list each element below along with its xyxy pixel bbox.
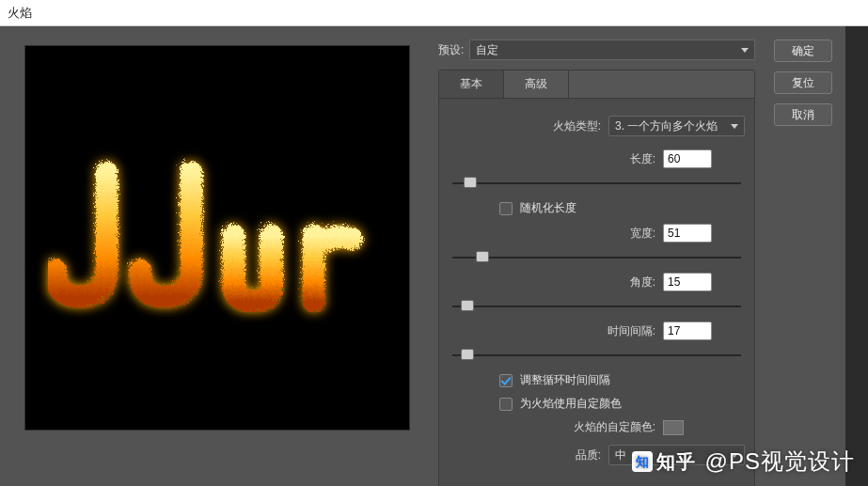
tabs-strip: 基本 高级 xyxy=(439,71,754,99)
randomize-length-label: 随机化长度 xyxy=(520,200,576,216)
flame-type-value: 3. 一个方向多个火焰 xyxy=(615,118,718,134)
slider-thumb[interactable] xyxy=(476,251,489,262)
chevron-down-icon xyxy=(741,48,749,53)
slider-track xyxy=(452,182,741,184)
custom-color-row: 火焰的自定颜色: xyxy=(449,419,745,435)
dialog-title: 火焰 xyxy=(8,5,32,22)
watermark-handle: @PS视觉设计 xyxy=(705,447,855,477)
angle-label: 角度: xyxy=(449,274,663,290)
angle-row: 角度: 15 xyxy=(449,273,745,291)
cancel-button[interactable]: 取消 xyxy=(774,103,832,126)
buttons-column: 确定 复位 取消 xyxy=(765,26,845,486)
use-custom-color-row: 为火焰使用自定颜色 xyxy=(449,396,745,412)
angle-input[interactable]: 15 xyxy=(663,273,712,291)
width-input[interactable]: 51 xyxy=(663,224,712,243)
slider-track xyxy=(452,306,741,307)
use-custom-color-checkbox[interactable] xyxy=(499,398,513,411)
tab-basic[interactable]: 基本 xyxy=(439,71,504,98)
use-custom-color-label: 为火焰使用自定颜色 xyxy=(520,396,622,412)
width-label: 宽度: xyxy=(449,226,663,242)
slider-thumb[interactable] xyxy=(461,300,474,311)
preset-value: 自定 xyxy=(476,42,498,58)
adjust-loop-checkbox[interactable] xyxy=(499,374,513,387)
slider-track xyxy=(452,354,741,356)
width-row: 宽度: 51 xyxy=(449,224,745,243)
tab-body-basic: 火焰类型: 3. 一个方向多个火焰 长度: 60 xyxy=(439,99,754,486)
angle-slider[interactable] xyxy=(452,297,741,316)
dialog-body: 预设: 自定 基本 高级 火焰类型: 3. 一个方向多个火焰 xyxy=(0,26,868,486)
reset-button[interactable]: 复位 xyxy=(774,71,832,94)
zhihu-icon: 知 xyxy=(632,451,653,472)
zhihu-logo: 知 知乎 xyxy=(632,449,696,475)
interval-slider[interactable] xyxy=(452,346,741,365)
right-column: 预设: 自定 基本 高级 火焰类型: 3. 一个方向多个火焰 xyxy=(433,26,868,486)
settings-column: 预设: 自定 基本 高级 火焰类型: 3. 一个方向多个火焰 xyxy=(433,26,765,486)
preview-canvas xyxy=(24,45,410,431)
flame-type-row: 火焰类型: 3. 一个方向多个火焰 xyxy=(449,116,745,136)
preset-label: 预设: xyxy=(438,42,464,58)
length-row: 长度: 60 xyxy=(449,149,745,168)
dialog-title-bar: 火焰 xyxy=(0,0,868,26)
chevron-down-icon xyxy=(731,124,738,129)
length-slider[interactable] xyxy=(452,174,741,193)
slider-thumb[interactable] xyxy=(461,349,474,360)
custom-color-swatch xyxy=(663,420,684,435)
quality-label: 品质: xyxy=(449,447,608,463)
slider-thumb[interactable] xyxy=(464,177,477,188)
quality-value: 中 xyxy=(615,447,626,463)
randomize-length-checkbox[interactable] xyxy=(499,202,513,215)
ok-button[interactable]: 确定 xyxy=(774,39,832,62)
preset-select[interactable]: 自定 xyxy=(469,39,755,60)
svg-text:知: 知 xyxy=(634,455,649,469)
interval-input[interactable]: 17 xyxy=(663,321,712,340)
length-input[interactable]: 60 xyxy=(663,149,712,168)
adjust-loop-row: 调整循环时间间隔 xyxy=(449,372,745,388)
preview-column xyxy=(0,26,433,486)
width-slider[interactable] xyxy=(452,248,741,267)
tabs-panel: 基本 高级 火焰类型: 3. 一个方向多个火焰 长度: 60 xyxy=(438,70,755,486)
background-side-strip xyxy=(845,26,868,486)
adjust-loop-label: 调整循环时间间隔 xyxy=(520,372,610,388)
slider-track xyxy=(452,257,741,259)
interval-row: 时间间隔: 17 xyxy=(449,321,745,340)
randomize-length-row: 随机化长度 xyxy=(449,200,745,216)
zhihu-label: 知乎 xyxy=(656,449,696,475)
interval-label: 时间间隔: xyxy=(449,323,663,339)
flame-type-label: 火焰类型: xyxy=(449,118,608,134)
flame-type-select[interactable]: 3. 一个方向多个火焰 xyxy=(608,116,745,136)
preset-row: 预设: 自定 xyxy=(438,39,755,60)
flame-text-svg xyxy=(48,144,387,332)
custom-color-label: 火焰的自定颜色: xyxy=(449,419,663,435)
length-label: 长度: xyxy=(449,151,663,167)
watermark: 知 知乎 @PS视觉设计 xyxy=(632,447,855,477)
tab-advanced[interactable]: 高级 xyxy=(504,71,569,98)
